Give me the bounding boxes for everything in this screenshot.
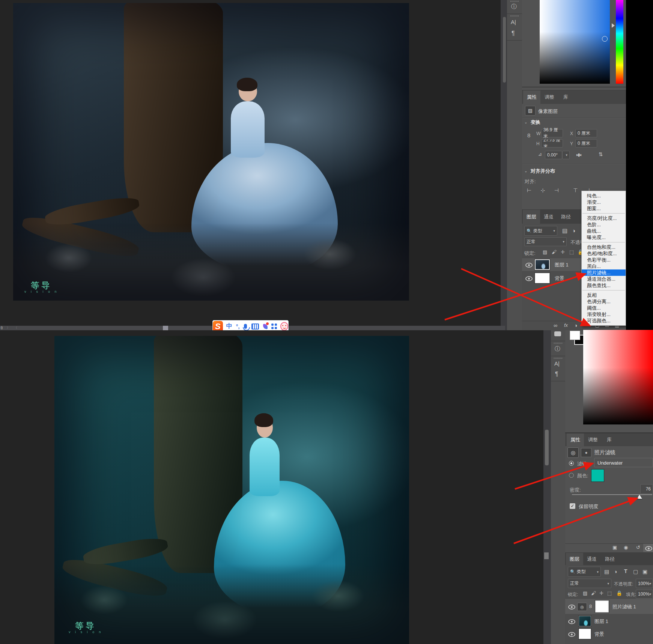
color-swatch-teal[interactable] <box>591 469 604 482</box>
info-panel-icon[interactable]: ⓘ <box>511 3 517 10</box>
tab-adjustments[interactable]: 调整 <box>541 90 558 104</box>
color-radio[interactable] <box>569 473 574 478</box>
align-left-icon[interactable]: ⊢ <box>526 187 533 193</box>
angle-dropdown[interactable]: ▾ <box>562 151 570 159</box>
menu-item-photo-filter[interactable]: 照片滤镜... <box>582 269 626 276</box>
tab-bar-thumb[interactable] <box>163 326 168 330</box>
filter-smart-object-icon[interactable]: ▣ <box>642 569 647 575</box>
flip-horizontal-icon[interactable]: ▸▮◂ <box>576 152 581 157</box>
filter-pixel-icon[interactable]: ▤ <box>562 227 567 234</box>
menu-item[interactable]: 色阶... <box>582 221 626 228</box>
visibility-eye-icon[interactable] <box>568 632 575 637</box>
align-right-icon[interactable]: ⊣ <box>553 187 560 193</box>
character-panel-icon[interactable]: A| <box>511 19 516 25</box>
microphone-icon[interactable] <box>244 324 247 329</box>
layer-style-fx-icon[interactable]: fx <box>564 322 568 328</box>
hue-slider-thumb[interactable] <box>612 23 615 28</box>
menu-item[interactable]: 渐变... <box>582 199 626 205</box>
skin-icon[interactable] <box>263 324 268 329</box>
collapse-chevron[interactable]: ⌄ <box>524 169 527 173</box>
lock-move-icon[interactable]: ✛ <box>561 249 565 255</box>
tab-paths[interactable]: 路径 <box>601 553 618 566</box>
lock-artboard-icon[interactable]: ⬚ <box>607 590 612 596</box>
lock-move-icon[interactable]: ✛ <box>599 590 603 596</box>
filter-dropdown[interactable]: Underwater <box>594 458 653 467</box>
tab-scroll-next[interactable]: 〉 <box>7 326 10 330</box>
blend-mode-field[interactable]: 正常 ▾ <box>524 237 567 246</box>
menu-item[interactable]: 图案... <box>582 205 626 212</box>
menu-item[interactable]: 色彩平衡... <box>582 257 626 263</box>
panel-grip[interactable] <box>510 1 519 2</box>
menu-item[interactable]: 阈值... <box>582 305 626 311</box>
layer-name[interactable]: 图层 1 <box>594 618 608 625</box>
character-panel-icon[interactable]: A| <box>554 360 560 367</box>
menu-item[interactable]: 渐变映射... <box>582 311 626 317</box>
filter-shape-icon[interactable]: ▢ <box>633 569 638 575</box>
menu-item[interactable]: 黑白... <box>582 263 626 269</box>
comment-panel-icon[interactable] <box>554 331 561 336</box>
color-picker-field[interactable] <box>540 0 610 84</box>
layer-row-selected[interactable]: ◎ 8 照片滤镜 1 <box>565 599 653 614</box>
scrollbar-thumb[interactable] <box>545 430 549 465</box>
lock-paint-icon[interactable]: 🖌 <box>552 249 557 255</box>
visibility-eye-icon[interactable] <box>525 263 533 268</box>
info-panel-icon[interactable]: ⓘ <box>555 345 560 352</box>
punctuation-icon[interactable]: °, <box>236 324 240 330</box>
tab-adjustments[interactable]: 调整 <box>584 433 602 446</box>
filter-radio[interactable] <box>569 461 574 466</box>
tab-channels[interactable]: 通道 <box>540 210 557 224</box>
layer-thumbnail[interactable] <box>535 259 550 270</box>
visibility-eye-icon[interactable] <box>568 619 575 624</box>
align-top-icon[interactable]: ⊤ <box>572 187 579 193</box>
tab-layers[interactable]: 图层 <box>523 210 540 224</box>
menu-item[interactable]: 颜色查找... <box>582 282 626 289</box>
lock-artboard-icon[interactable]: ⬚ <box>569 249 574 255</box>
preserve-luminosity-checkbox[interactable]: ✓ <box>570 503 575 509</box>
layer-filter-field[interactable]: 🔍 类型 ▾ <box>568 567 601 577</box>
align-hcenter-icon[interactable]: ⊹ <box>539 187 546 193</box>
lock-paint-icon[interactable]: 🖌 <box>591 590 596 596</box>
flip-vertical-icon[interactable]: ⇅ <box>599 151 603 157</box>
scrollbar-thumb[interactable] <box>503 17 506 83</box>
layer-row[interactable]: 背景 <box>565 627 653 640</box>
density-slider-thumb[interactable] <box>637 495 642 499</box>
scrollbar-thumb[interactable] <box>544 552 549 559</box>
tab-library[interactable]: 库 <box>603 433 615 446</box>
hue-slider[interactable] <box>616 0 623 84</box>
layer-name[interactable]: 图层 1 <box>555 262 569 268</box>
lock-all-icon[interactable]: 🔒 <box>616 590 622 596</box>
panel-grip[interactable] <box>554 358 562 359</box>
menu-item[interactable]: 纯色... <box>582 193 626 199</box>
panel-grip[interactable] <box>554 343 562 344</box>
y-field[interactable]: 0 厘米 <box>575 139 597 147</box>
w-field[interactable]: 36.9 厘米 <box>541 129 563 137</box>
layer-name[interactable]: 背景 <box>594 631 604 638</box>
blend-mode-field[interactable]: 正常 ▾ <box>568 579 611 588</box>
layer-name[interactable]: 照片滤镜 1 <box>612 603 636 610</box>
reset-icon[interactable]: ↺ <box>636 545 640 550</box>
tab-layers[interactable]: 图层 <box>566 553 583 566</box>
soft-keyboard-icon[interactable] <box>251 324 259 330</box>
tab-paths[interactable]: 路径 <box>557 210 575 224</box>
panel-grip[interactable] <box>510 15 519 17</box>
h-field[interactable]: 27.73 厘米 <box>541 139 563 147</box>
layer-thumbnail[interactable] <box>579 616 591 626</box>
tab-properties[interactable]: 属性 <box>567 433 584 446</box>
filter-type-icon[interactable]: T <box>624 568 627 574</box>
mask-icon[interactable]: ● <box>581 448 591 457</box>
link-layers-icon[interactable]: ∞ <box>554 322 557 328</box>
chinese-mode-icon[interactable]: 中 <box>226 322 232 330</box>
visibility-eye-icon[interactable] <box>525 276 533 281</box>
density-value-field[interactable]: 76 <box>640 484 653 494</box>
menu-item[interactable]: 自然饱和度... <box>582 244 626 250</box>
tab-properties[interactable]: 属性 <box>523 90 540 104</box>
angle-field[interactable]: 0.00° <box>545 151 562 159</box>
menu-item[interactable]: 亮度/对比度... <box>582 215 626 221</box>
lock-transparent-icon[interactable]: ▨ <box>583 590 587 596</box>
link-dimensions-icon[interactable]: 8 <box>527 132 530 138</box>
collapse-chevron[interactable]: ⌄ <box>524 120 527 124</box>
layer-name[interactable]: 背景 <box>555 275 564 282</box>
foreground-color-swatch[interactable] <box>570 331 580 340</box>
layer-row[interactable]: 图层 1 <box>565 615 653 627</box>
color-picker-field[interactable] <box>583 330 653 424</box>
